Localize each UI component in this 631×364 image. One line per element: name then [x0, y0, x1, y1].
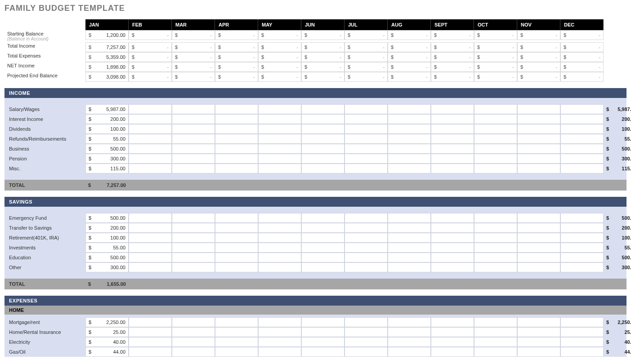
money-cell[interactable]: [388, 223, 431, 233]
money-cell[interactable]: $-: [215, 52, 258, 62]
money-cell[interactable]: [388, 213, 431, 223]
money-cell[interactable]: $-: [517, 62, 560, 72]
money-cell[interactable]: [431, 233, 474, 243]
money-cell[interactable]: [301, 124, 345, 134]
money-cell[interactable]: [474, 327, 517, 337]
money-cell[interactable]: [129, 154, 172, 164]
money-cell[interactable]: [517, 223, 560, 233]
money-cell[interactable]: [560, 347, 604, 357]
money-cell[interactable]: $-: [301, 62, 345, 72]
money-cell[interactable]: $200.00: [85, 223, 129, 233]
money-cell[interactable]: [431, 164, 474, 173]
money-cell[interactable]: [517, 213, 560, 223]
money-cell[interactable]: [388, 104, 431, 114]
money-cell[interactable]: $-: [172, 62, 215, 72]
money-cell[interactable]: [388, 337, 431, 347]
money-cell[interactable]: $-: [215, 72, 258, 82]
money-cell[interactable]: $44.00: [85, 347, 129, 357]
money-cell[interactable]: $-: [301, 42, 345, 52]
money-cell[interactable]: $-: [129, 30, 172, 40]
money-cell[interactable]: $-: [345, 72, 388, 82]
money-cell[interactable]: [345, 144, 388, 154]
money-cell[interactable]: $-: [258, 52, 301, 62]
money-cell[interactable]: [431, 134, 474, 144]
money-cell[interactable]: [388, 243, 431, 253]
money-cell[interactable]: [129, 114, 172, 124]
money-cell[interactable]: $-: [560, 30, 604, 40]
money-cell[interactable]: [172, 213, 215, 223]
money-cell[interactable]: $7,257.00: [85, 42, 129, 52]
money-cell[interactable]: [129, 262, 172, 272]
money-cell[interactable]: $-: [474, 62, 517, 72]
money-cell[interactable]: [129, 347, 172, 357]
money-cell[interactable]: [172, 223, 215, 233]
money-cell[interactable]: [129, 144, 172, 154]
money-cell[interactable]: [258, 317, 301, 327]
money-cell[interactable]: $5,359.00: [85, 52, 129, 62]
money-cell[interactable]: $5,987.00: [85, 104, 129, 114]
money-cell[interactable]: $-: [215, 42, 258, 52]
money-cell[interactable]: [474, 134, 517, 144]
money-cell[interactable]: [301, 233, 345, 243]
money-cell[interactable]: [258, 347, 301, 357]
money-cell[interactable]: [560, 104, 604, 114]
money-cell[interactable]: [431, 104, 474, 114]
money-cell[interactable]: [129, 134, 172, 144]
money-cell[interactable]: $-: [129, 72, 172, 82]
money-cell[interactable]: [560, 317, 604, 327]
money-cell[interactable]: [258, 253, 301, 262]
money-cell[interactable]: [301, 134, 345, 144]
money-cell[interactable]: $-: [258, 42, 301, 52]
money-cell[interactable]: $-: [258, 30, 301, 40]
money-cell[interactable]: $-: [301, 30, 345, 40]
money-cell[interactable]: [560, 262, 604, 272]
money-cell[interactable]: $-: [258, 72, 301, 82]
money-cell[interactable]: [431, 347, 474, 357]
money-cell[interactable]: $-: [129, 62, 172, 72]
money-cell[interactable]: [215, 144, 258, 154]
money-cell[interactable]: [388, 262, 431, 272]
money-cell[interactable]: [129, 337, 172, 347]
money-cell[interactable]: [560, 327, 604, 337]
money-cell[interactable]: [258, 104, 301, 114]
money-cell[interactable]: [388, 114, 431, 124]
money-cell[interactable]: $-: [560, 72, 604, 82]
money-cell[interactable]: [301, 223, 345, 233]
money-cell[interactable]: [301, 104, 345, 114]
money-cell[interactable]: [258, 124, 301, 134]
money-cell[interactable]: [129, 223, 172, 233]
money-cell[interactable]: [172, 134, 215, 144]
money-cell[interactable]: [129, 317, 172, 327]
money-cell[interactable]: [345, 154, 388, 164]
money-cell[interactable]: $-: [129, 52, 172, 62]
money-cell[interactable]: [388, 317, 431, 327]
money-cell[interactable]: [431, 124, 474, 134]
money-cell[interactable]: [345, 164, 388, 173]
money-cell[interactable]: $-: [172, 72, 215, 82]
money-cell[interactable]: [215, 134, 258, 144]
money-cell[interactable]: $-: [517, 30, 560, 40]
money-cell[interactable]: [129, 213, 172, 223]
money-cell[interactable]: [388, 327, 431, 337]
money-cell[interactable]: [388, 253, 431, 262]
money-cell[interactable]: [560, 114, 604, 124]
money-cell[interactable]: [474, 104, 517, 114]
money-cell[interactable]: [474, 124, 517, 134]
money-cell[interactable]: [258, 164, 301, 173]
money-cell[interactable]: [517, 317, 560, 327]
money-cell[interactable]: $-: [172, 42, 215, 52]
money-cell[interactable]: [301, 262, 345, 272]
money-cell[interactable]: $-: [431, 30, 474, 40]
money-cell[interactable]: [560, 253, 604, 262]
money-cell[interactable]: [345, 347, 388, 357]
money-cell[interactable]: [301, 253, 345, 262]
money-cell[interactable]: [301, 243, 345, 253]
money-cell[interactable]: [258, 243, 301, 253]
money-cell[interactable]: [474, 233, 517, 243]
money-cell[interactable]: $-: [560, 42, 604, 52]
money-cell[interactable]: $-: [388, 42, 431, 52]
money-cell[interactable]: $-: [431, 42, 474, 52]
money-cell[interactable]: [345, 337, 388, 347]
money-cell[interactable]: $-: [474, 30, 517, 40]
money-cell[interactable]: $55.00: [85, 243, 129, 253]
